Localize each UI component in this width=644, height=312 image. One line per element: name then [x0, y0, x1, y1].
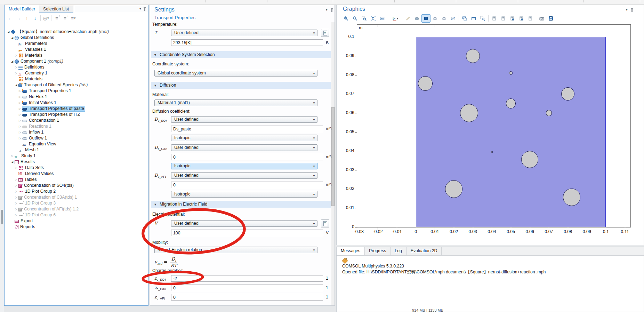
- move-down-button[interactable]: ↓: [31, 14, 39, 22]
- z-so4-value-input[interactable]: [171, 275, 323, 282]
- d-c3a-value-input[interactable]: [171, 154, 323, 160]
- tree-item-materials[interactable]: Materials: [5, 76, 148, 82]
- messages-tab-log[interactable]: Log: [391, 247, 406, 255]
- go-to-default-view-button[interactable]: ▾: [389, 14, 401, 23]
- temperature-value-input[interactable]: [171, 39, 323, 46]
- window-layout-button[interactable]: [469, 14, 478, 23]
- messages-tab-progress[interactable]: Progress: [365, 247, 391, 255]
- electric-potential-make-default-button[interactable]: [321, 219, 329, 227]
- image-snapshot-button[interactable]: [537, 14, 546, 23]
- tab-model-builder[interactable]: Model Builder: [5, 5, 40, 13]
- tree-expanded-arrow-icon[interactable]: ◢: [10, 58, 14, 64]
- tree-item-concentration-of-so4-tds[interactable]: ▷*Concentration of SO4(tds): [5, 183, 148, 189]
- graphics-menu-caret-icon[interactable]: ▾: [626, 8, 628, 11]
- previous-plot-button[interactable]: [490, 14, 499, 23]
- messages-tab-messages[interactable]: Messages: [337, 247, 365, 255]
- section-diffusion[interactable]: ▼Diffusion: [151, 82, 331, 89]
- tree-item-global-definitions[interactable]: ◢Global Definitions: [5, 35, 148, 41]
- transparency-button[interactable]: [449, 14, 458, 23]
- tree-item-1d-plot-group-6[interactable]: ▷*1D Plot Group 6: [5, 212, 148, 218]
- tree-collapsed-arrow-icon[interactable]: ▷: [18, 88, 22, 94]
- tree-collapsed-arrow-icon[interactable]: ▷: [14, 183, 18, 189]
- zoom-in-button[interactable]: [341, 14, 351, 23]
- tree-item-definitions[interactable]: ▷Definitions: [5, 64, 148, 70]
- zoom-to-selection-button[interactable]: [378, 14, 387, 23]
- geometry-circle-11[interactable]: [563, 189, 580, 206]
- temperature-make-default-button[interactable]: [321, 29, 329, 37]
- settings-scrollbar-thumb[interactable]: [331, 107, 335, 206]
- expand-all-button[interactable]: ≡↓: [61, 14, 69, 22]
- section-coordinate-system[interactable]: ▼Coordinate System Selection: [151, 51, 331, 58]
- tree-collapsed-arrow-icon[interactable]: ▷: [14, 194, 18, 200]
- tree-collapsed-arrow-icon[interactable]: ▷: [18, 118, 22, 123]
- d-aft-value-input[interactable]: [171, 182, 323, 188]
- tree-item-concentration-1[interactable]: ▷Concentration 1: [5, 118, 148, 123]
- tree-item-outflow-1[interactable]: ▷Outflow 1: [5, 135, 148, 141]
- tree-collapsed-arrow-icon[interactable]: ▷: [18, 135, 22, 141]
- tree-item-reports[interactable]: Reports: [5, 224, 148, 230]
- section-migration[interactable]: ▼Migration in Electric Field: [151, 201, 331, 208]
- tree-item-geometry-1[interactable]: ▷Geometry 1: [5, 70, 148, 76]
- add-to-window-button[interactable]: [460, 14, 469, 23]
- gutter-scrollbar-thumb[interactable]: [1, 210, 3, 224]
- z-aft-value-input[interactable]: [171, 294, 323, 301]
- mobility-dropdown[interactable]: Nernst-Einstein relation▼: [154, 247, 317, 253]
- tree-collapsed-arrow-icon[interactable]: ▷: [14, 189, 18, 194]
- tree-expanded-arrow-icon[interactable]: ◢: [6, 29, 10, 35]
- electric-potential-value-input[interactable]: [171, 230, 323, 236]
- tree-expanded-arrow-icon[interactable]: ◢: [10, 35, 14, 41]
- tree-item-reactions-1[interactable]: ▷Reactions 1: [5, 123, 148, 129]
- geometry-circle-2[interactable]: [509, 71, 513, 75]
- save-image-button[interactable]: [546, 14, 555, 23]
- material-dropdown[interactable]: Material 1 (mat1)▼: [154, 99, 317, 106]
- tree-item-tables[interactable]: ▷Tables: [5, 177, 148, 183]
- tree-item-results[interactable]: ◢Results: [5, 159, 148, 165]
- edit-annotations-button[interactable]: [403, 14, 412, 23]
- zoom-box-button[interactable]: [360, 14, 369, 23]
- tree-collapsed-arrow-icon[interactable]: ▷: [14, 200, 18, 206]
- move-up-button[interactable]: ↑: [23, 14, 31, 22]
- tree-collapsed-arrow-icon[interactable]: ▷: [18, 112, 22, 118]
- zoom-out-button[interactable]: [351, 14, 360, 23]
- tree-item-initial-values-1[interactable]: ▷Initial Values 1: [5, 100, 148, 106]
- tree-item-derived-values[interactable]: Derived Values: [5, 171, 148, 177]
- tree-item-study-1[interactable]: ▷Study 1: [5, 153, 148, 159]
- settings-menu-caret-icon[interactable]: ▾: [326, 8, 328, 11]
- model-tree-node-text-button[interactable]: ≡▾: [69, 14, 78, 22]
- d-aft-isotropy-dropdown[interactable]: Isotropic▼: [171, 191, 317, 198]
- tree-item-equation-view[interactable]: Equation View: [5, 141, 148, 147]
- tree-collapsed-arrow-icon[interactable]: ▷: [10, 153, 14, 159]
- tree-item-materials[interactable]: ▷Materials: [5, 53, 148, 58]
- show-legends-button[interactable]: [508, 14, 517, 23]
- back-button[interactable]: ←: [6, 14, 14, 22]
- tree-item-no-flux-1[interactable]: ▷No Flux 1: [5, 94, 148, 100]
- tree-item-transport-of-diluted-species[interactable]: ◢Transport of Diluted Species(tds): [5, 82, 148, 88]
- tree-collapsed-arrow-icon[interactable]: ▷: [18, 106, 22, 112]
- tree-item-data-sets[interactable]: ▷Data Sets: [5, 165, 148, 171]
- copy-image-button[interactable]: [517, 14, 526, 23]
- messages-tab-evaluation-2d[interactable]: Evaluation 2D: [406, 247, 442, 255]
- refresh-plot-button[interactable]: [526, 14, 535, 23]
- coordinate-system-dropdown[interactable]: Global coordinate system▼: [154, 70, 317, 77]
- geometry-circle-9[interactable]: [445, 180, 462, 198]
- settings-scrollbar[interactable]: [331, 22, 335, 305]
- tree-item-component-1[interactable]: ◢Component 1(comp1): [5, 58, 148, 64]
- geometry-circle-5[interactable]: [460, 104, 478, 122]
- tree-collapsed-arrow-icon[interactable]: ▷: [14, 64, 18, 70]
- electric-potential-source-dropdown[interactable]: User defined▼: [171, 220, 317, 227]
- tree-item-mesh-1[interactable]: Mesh 1: [5, 147, 148, 153]
- tree-item-concentration-of-aft-tds-1-2[interactable]: ▷*Concentration of AFt(tds) 1.2: [5, 206, 148, 212]
- tree-collapsed-arrow-icon[interactable]: ▷: [14, 177, 18, 183]
- geometry-circle-4[interactable]: [506, 98, 516, 108]
- d-so4-source-dropdown[interactable]: User defined▼: [171, 116, 317, 123]
- show-faces-button[interactable]: [430, 14, 440, 23]
- tree-item-export[interactable]: Export: [5, 218, 148, 224]
- geometry-circle-1[interactable]: [466, 49, 480, 63]
- tree-expanded-arrow-icon[interactable]: ◢: [14, 82, 18, 88]
- tree-item-1d-plot-group-3[interactable]: ▷*1D Plot Group 3: [5, 200, 148, 206]
- tree-item-square-nernst-diffusion-reaction-mph[interactable]: ◢【Square】nernst-diffusion+reaction .mph(…: [5, 29, 148, 35]
- temperature-source-dropdown[interactable]: User defined▼: [171, 30, 317, 36]
- d-aft-source-dropdown[interactable]: User defined▼: [171, 172, 317, 179]
- tree-item-transport-properties-of-paste[interactable]: ▷Transport Properties of paste: [5, 106, 148, 112]
- geometry-circle-7[interactable]: [491, 151, 493, 153]
